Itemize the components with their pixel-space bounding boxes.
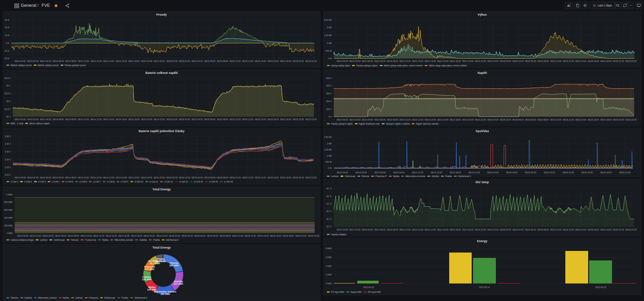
svg-text:06/14 18:00: 06/14 18:00 xyxy=(450,171,461,174)
svg-text:06/14 04:00: 06/14 04:00 xyxy=(362,60,373,62)
svg-text:06/14 02:00: 06/14 02:00 xyxy=(349,60,361,62)
svg-text:06/14 06:00: 06/14 06:00 xyxy=(374,228,386,231)
svg-text:2 kWh: 2 kWh xyxy=(326,273,332,276)
svg-text:06/15 08:00: 06/15 08:00 xyxy=(537,60,549,62)
svg-text:06/15 20:00: 06/15 20:00 xyxy=(293,118,304,121)
svg-text:06/15 00:00: 06/15 00:00 xyxy=(166,118,178,121)
svg-text:06/15 06:00: 06/15 06:00 xyxy=(204,176,216,179)
svg-text:06/14 16:00: 06/14 16:00 xyxy=(116,118,127,121)
svg-text:06/15 18:00: 06/15 18:00 xyxy=(280,176,292,179)
svg-text:06/15 00:00: 06/15 00:00 xyxy=(487,60,499,62)
svg-text:06/14 20:00: 06/14 20:00 xyxy=(141,118,153,121)
svg-text:06/15 16:00: 06/15 16:00 xyxy=(588,118,599,121)
svg-text:200 V: 200 V xyxy=(326,100,332,102)
svg-text:06/14 10:00: 06/14 10:00 xyxy=(78,176,89,179)
svg-text:06/15 10:00: 06/15 10:00 xyxy=(550,228,562,231)
svg-text:06/14 00:00: 06/14 00:00 xyxy=(337,171,348,174)
svg-text:1 kW: 1 kW xyxy=(327,155,332,157)
svg-text:06/15 04:00: 06/15 04:00 xyxy=(513,118,524,121)
svg-text:06/14 02:00: 06/14 02:00 xyxy=(349,228,361,231)
svg-text:06/14 10:00: 06/14 10:00 xyxy=(80,235,92,237)
svg-text:06/14 14:00: 06/14 14:00 xyxy=(425,118,436,121)
svg-text:06/14 10:00: 06/14 10:00 xyxy=(78,118,89,121)
svg-text:06/14 08:00: 06/14 08:00 xyxy=(65,176,77,179)
svg-text:400 kWh: 400 kWh xyxy=(4,217,13,219)
svg-text:3.40 V: 3.40 V xyxy=(5,143,11,145)
svg-text:06/15 04:00: 06/15 04:00 xyxy=(191,118,203,121)
svg-text:06/14 20:00: 06/14 20:00 xyxy=(141,176,153,179)
svg-text:3.25 V: 3.25 V xyxy=(5,166,11,169)
svg-text:06/14 06:00: 06/14 06:00 xyxy=(55,235,67,237)
svg-text:06/15 06:00: 06/15 06:00 xyxy=(204,118,216,121)
svg-text:06/15 02:00: 06/15 02:00 xyxy=(500,118,512,121)
svg-text:06/14 22:00: 06/14 22:00 xyxy=(156,235,168,237)
svg-text:06/15 06:00: 06/15 06:00 xyxy=(525,60,536,62)
svg-text:06/15 18:00: 06/15 18:00 xyxy=(283,235,294,237)
svg-text:06/15 20:00: 06/15 20:00 xyxy=(293,176,304,179)
svg-text:06/15 00:00: 06/15 00:00 xyxy=(487,171,499,174)
svg-text:06/14 04:00: 06/14 04:00 xyxy=(43,235,54,237)
svg-text:06/14 00:00: 06/14 00:00 xyxy=(337,228,348,231)
svg-text:30 °C: 30 °C xyxy=(326,218,332,220)
svg-text:06/14 02:00: 06/14 02:00 xyxy=(349,118,361,121)
svg-text:06/15 18:00: 06/15 18:00 xyxy=(600,60,612,62)
svg-text:Lednice: Lednice xyxy=(142,276,151,278)
svg-text:06/15 04:00: 06/15 04:00 xyxy=(513,228,524,231)
svg-text:2.50 kW: 2.50 kW xyxy=(324,136,332,138)
svg-text:3.20 V: 3.20 V xyxy=(5,174,11,176)
svg-text:06/15 06:00: 06/15 06:00 xyxy=(525,171,536,174)
svg-text:06/14 22:00: 06/14 22:00 xyxy=(475,228,486,231)
svg-text:06/15 00:00: 06/15 00:00 xyxy=(169,235,180,237)
svg-text:06/15 12:00: 06/15 12:00 xyxy=(563,118,574,121)
svg-text:06/14 00:00: 06/14 00:00 xyxy=(15,118,26,121)
svg-text:06/14 06:00: 06/14 06:00 xyxy=(52,118,64,121)
svg-text:06/15 12:00: 06/15 12:00 xyxy=(242,60,254,62)
svg-text:06/15 16:00: 06/15 16:00 xyxy=(270,235,282,237)
svg-text:06/14 14:00: 06/14 14:00 xyxy=(103,118,115,121)
svg-text:06/15 14:00: 06/15 14:00 xyxy=(257,235,269,237)
svg-text:06/14 00:00: 06/14 00:00 xyxy=(337,118,348,121)
svg-text:06/15 12:00: 06/15 12:00 xyxy=(563,228,574,231)
svg-text:06/15 20:00: 06/15 20:00 xyxy=(295,235,307,237)
svg-text:3.45 V: 3.45 V xyxy=(5,135,11,138)
svg-text:Mikrovinka_konvice: Mikrovinka_konvice xyxy=(154,290,176,293)
svg-text:06/15 12:00: 06/15 12:00 xyxy=(563,60,574,62)
svg-text:35 °C: 35 °C xyxy=(326,210,332,212)
svg-text:10 A: 10 A xyxy=(5,34,9,36)
svg-text:06/15 14:00: 06/15 14:00 xyxy=(575,228,587,231)
svg-text:06/14 18:00: 06/14 18:00 xyxy=(131,235,142,237)
svg-text:06/14 16:00: 06/14 16:00 xyxy=(118,235,130,237)
svg-text:06/15 02:00: 06/15 02:00 xyxy=(179,60,190,62)
svg-text:06/15 02:00: 06/15 02:00 xyxy=(179,118,190,121)
svg-text:0 W: 0 W xyxy=(328,57,332,60)
svg-text:20 A: 20 A xyxy=(5,26,9,29)
svg-text:06/15 15:00: 06/15 15:00 xyxy=(581,171,593,174)
svg-text:06/14 10:00: 06/14 10:00 xyxy=(78,60,89,62)
svg-text:06/14 12:00: 06/14 12:00 xyxy=(412,228,424,231)
svg-text:06/14 10:00: 06/14 10:00 xyxy=(399,60,411,62)
svg-text:52.5 V: 52.5 V xyxy=(4,108,11,110)
svg-text:-20 A: -20 A xyxy=(4,57,10,60)
svg-text:06/14 18:00: 06/14 18:00 xyxy=(128,118,140,121)
svg-text:06/14 00:00: 06/14 00:00 xyxy=(337,60,348,62)
svg-text:500 W: 500 W xyxy=(326,161,332,163)
svg-text:2022-06-15: 2022-06-15 xyxy=(595,286,607,288)
svg-text:06/14 20:00: 06/14 20:00 xyxy=(462,60,474,62)
svg-text:06/15 21:00: 06/15 21:00 xyxy=(619,171,631,174)
svg-text:06/14 12:00: 06/14 12:00 xyxy=(90,118,102,121)
svg-text:06/15 10:00: 06/15 10:00 xyxy=(232,235,244,237)
svg-text:06/14 14:00: 06/14 14:00 xyxy=(103,60,115,62)
svg-text:06/14 12:00: 06/14 12:00 xyxy=(412,60,424,62)
svg-text:06/14 10:00: 06/14 10:00 xyxy=(399,228,411,231)
svg-text:06/15 02:00: 06/15 02:00 xyxy=(500,228,512,231)
svg-text:54 V: 54 V xyxy=(6,84,11,87)
svg-text:06/14 02:00: 06/14 02:00 xyxy=(27,60,39,62)
svg-text:25 °C: 25 °C xyxy=(326,225,332,228)
svg-text:06/14 12:00: 06/14 12:00 xyxy=(90,60,102,62)
svg-text:06/15 03:00: 06/15 03:00 xyxy=(506,171,518,174)
svg-text:06/15 04:00: 06/15 04:00 xyxy=(194,235,206,237)
svg-text:06/14 09:00: 06/14 09:00 xyxy=(393,171,405,174)
svg-text:800 kWh: 800 kWh xyxy=(4,201,13,203)
svg-text:06/15 18:00: 06/15 18:00 xyxy=(280,118,292,121)
svg-text:06/15 06:00: 06/15 06:00 xyxy=(204,60,216,62)
